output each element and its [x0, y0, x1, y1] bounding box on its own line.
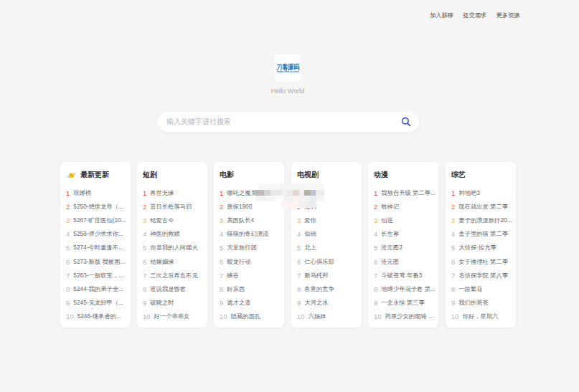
svg-text:www.dkest.com: www.dkest.com: [276, 70, 298, 73]
svg-text:刀客源码: 刀客源码: [276, 63, 299, 71]
